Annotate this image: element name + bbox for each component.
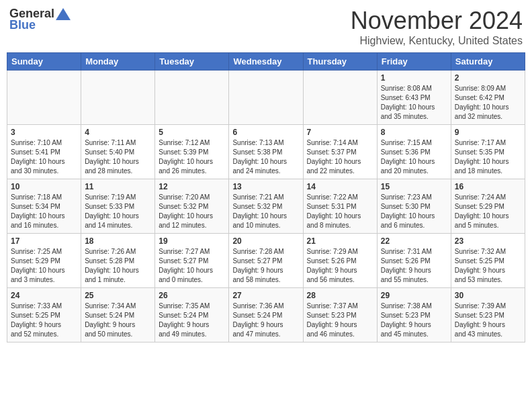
day-number: 7 — [307, 128, 373, 137]
day-info: Sunrise: 8:09 AM Sunset: 6:42 PM Dayligh… — [455, 84, 521, 122]
day-info: Sunrise: 7:38 AM Sunset: 5:23 PM Dayligh… — [381, 302, 447, 339]
weekday-header: Wednesday — [229, 53, 303, 71]
calendar-cell: 27Sunrise: 7:36 AM Sunset: 5:24 PM Dayli… — [229, 288, 303, 342]
day-info: Sunrise: 7:13 AM Sunset: 5:38 PM Dayligh… — [232, 138, 299, 176]
calendar-week-row: 3Sunrise: 7:10 AM Sunset: 5:41 PM Daylig… — [7, 125, 525, 179]
day-number: 20 — [232, 236, 299, 246]
calendar-cell: 30Sunrise: 7:39 AM Sunset: 5:23 PM Dayli… — [451, 288, 525, 342]
calendar-cell: 22Sunrise: 7:31 AM Sunset: 5:26 PM Dayli… — [377, 234, 451, 288]
day-info: Sunrise: 7:28 AM Sunset: 5:27 PM Dayligh… — [232, 247, 299, 285]
day-number: 22 — [381, 236, 447, 246]
calendar-cell: 18Sunrise: 7:26 AM Sunset: 5:28 PM Dayli… — [81, 234, 155, 288]
weekday-header: Tuesday — [155, 53, 229, 71]
day-number: 3 — [11, 128, 77, 137]
day-info: Sunrise: 7:27 AM Sunset: 5:27 PM Dayligh… — [159, 247, 225, 285]
calendar-cell: 6Sunrise: 7:13 AM Sunset: 5:38 PM Daylig… — [229, 125, 303, 179]
day-number: 5 — [159, 128, 225, 137]
day-info: Sunrise: 7:23 AM Sunset: 5:30 PM Dayligh… — [381, 193, 447, 230]
calendar-cell: 29Sunrise: 7:38 AM Sunset: 5:23 PM Dayli… — [377, 288, 451, 342]
day-info: Sunrise: 7:19 AM Sunset: 5:33 PM Dayligh… — [85, 193, 151, 230]
day-number: 4 — [85, 128, 151, 137]
title-block: November 2024 Highview, Kentucky, United… — [351, 7, 523, 47]
weekday-header-row: SundayMondayTuesdayWednesdayThursdayFrid… — [7, 53, 525, 71]
day-number: 19 — [159, 236, 225, 246]
day-info: Sunrise: 7:11 AM Sunset: 5:40 PM Dayligh… — [85, 138, 151, 176]
day-info: Sunrise: 7:25 AM Sunset: 5:29 PM Dayligh… — [11, 247, 77, 285]
day-info: Sunrise: 7:31 AM Sunset: 5:26 PM Dayligh… — [381, 247, 447, 285]
day-number: 30 — [455, 291, 521, 300]
logo: General Blue — [9, 7, 71, 32]
calendar-cell: 28Sunrise: 7:37 AM Sunset: 5:23 PM Dayli… — [303, 288, 377, 342]
day-number: 23 — [455, 236, 521, 246]
day-info: Sunrise: 7:32 AM Sunset: 5:25 PM Dayligh… — [455, 247, 521, 285]
day-number: 27 — [232, 291, 299, 300]
calendar-cell: 25Sunrise: 7:34 AM Sunset: 5:24 PM Dayli… — [81, 288, 155, 342]
day-info: Sunrise: 7:33 AM Sunset: 5:25 PM Dayligh… — [11, 302, 77, 339]
calendar-cell — [7, 71, 81, 125]
day-number: 16 — [455, 182, 521, 191]
day-info: Sunrise: 7:21 AM Sunset: 5:32 PM Dayligh… — [232, 193, 299, 230]
calendar-cell: 3Sunrise: 7:10 AM Sunset: 5:41 PM Daylig… — [7, 125, 81, 179]
day-info: Sunrise: 7:35 AM Sunset: 5:24 PM Dayligh… — [159, 302, 225, 339]
day-number: 25 — [85, 291, 151, 300]
calendar-cell: 8Sunrise: 7:15 AM Sunset: 5:36 PM Daylig… — [377, 125, 451, 179]
calendar-cell: 13Sunrise: 7:21 AM Sunset: 5:32 PM Dayli… — [229, 179, 303, 234]
logo-icon — [56, 8, 71, 20]
day-number: 28 — [307, 291, 373, 300]
day-info: Sunrise: 7:20 AM Sunset: 5:32 PM Dayligh… — [159, 193, 225, 230]
calendar-cell: 12Sunrise: 7:20 AM Sunset: 5:32 PM Dayli… — [155, 179, 229, 234]
day-number: 18 — [85, 236, 151, 246]
calendar-cell: 23Sunrise: 7:32 AM Sunset: 5:25 PM Dayli… — [451, 234, 525, 288]
day-number: 29 — [381, 291, 447, 300]
day-number: 9 — [455, 128, 521, 137]
calendar-cell: 14Sunrise: 7:22 AM Sunset: 5:31 PM Dayli… — [303, 179, 377, 234]
day-number: 1 — [381, 73, 447, 83]
day-info: Sunrise: 7:12 AM Sunset: 5:39 PM Dayligh… — [159, 138, 225, 176]
day-info: Sunrise: 7:29 AM Sunset: 5:26 PM Dayligh… — [307, 247, 373, 285]
calendar-cell: 9Sunrise: 7:17 AM Sunset: 5:35 PM Daylig… — [451, 125, 525, 179]
day-number: 10 — [11, 182, 77, 191]
svg-marker-0 — [56, 8, 71, 20]
calendar-week-row: 10Sunrise: 7:18 AM Sunset: 5:34 PM Dayli… — [7, 179, 525, 234]
day-number: 15 — [381, 182, 447, 191]
location-subtitle: Highview, Kentucky, United States — [351, 35, 523, 47]
calendar-cell: 7Sunrise: 7:14 AM Sunset: 5:37 PM Daylig… — [303, 125, 377, 179]
day-number: 8 — [381, 128, 447, 137]
day-number: 13 — [232, 182, 299, 191]
day-info: Sunrise: 7:18 AM Sunset: 5:34 PM Dayligh… — [11, 193, 77, 230]
calendar-cell: 16Sunrise: 7:24 AM Sunset: 5:29 PM Dayli… — [451, 179, 525, 234]
weekday-header: Monday — [81, 53, 155, 71]
day-number: 14 — [307, 182, 373, 191]
calendar-cell: 20Sunrise: 7:28 AM Sunset: 5:27 PM Dayli… — [229, 234, 303, 288]
logo-blue-text: Blue — [9, 18, 36, 32]
day-info: Sunrise: 7:10 AM Sunset: 5:41 PM Dayligh… — [11, 138, 77, 176]
day-number: 12 — [159, 182, 225, 191]
calendar-cell: 5Sunrise: 7:12 AM Sunset: 5:39 PM Daylig… — [155, 125, 229, 179]
day-info: Sunrise: 7:22 AM Sunset: 5:31 PM Dayligh… — [307, 193, 373, 230]
day-info: Sunrise: 7:15 AM Sunset: 5:36 PM Dayligh… — [381, 138, 447, 176]
day-info: Sunrise: 7:17 AM Sunset: 5:35 PM Dayligh… — [455, 138, 521, 176]
day-info: Sunrise: 7:36 AM Sunset: 5:24 PM Dayligh… — [232, 302, 299, 339]
weekday-header: Thursday — [303, 53, 377, 71]
calendar-week-row: 1Sunrise: 8:08 AM Sunset: 6:43 PM Daylig… — [7, 71, 525, 125]
calendar-cell: 19Sunrise: 7:27 AM Sunset: 5:27 PM Dayli… — [155, 234, 229, 288]
calendar-table: SundayMondayTuesdayWednesdayThursdayFrid… — [7, 52, 525, 342]
day-number: 24 — [11, 291, 77, 300]
calendar-week-row: 24Sunrise: 7:33 AM Sunset: 5:25 PM Dayli… — [7, 288, 525, 342]
day-info: Sunrise: 7:37 AM Sunset: 5:23 PM Dayligh… — [307, 302, 373, 339]
day-info: Sunrise: 7:34 AM Sunset: 5:24 PM Dayligh… — [85, 302, 151, 339]
day-info: Sunrise: 7:26 AM Sunset: 5:28 PM Dayligh… — [85, 247, 151, 285]
weekday-header: Friday — [377, 53, 451, 71]
day-number: 6 — [232, 128, 299, 137]
weekday-header: Sunday — [7, 53, 81, 71]
day-info: Sunrise: 7:39 AM Sunset: 5:23 PM Dayligh… — [455, 302, 521, 339]
month-title: November 2024 — [351, 7, 523, 35]
calendar-cell: 11Sunrise: 7:19 AM Sunset: 5:33 PM Dayli… — [81, 179, 155, 234]
calendar-cell: 1Sunrise: 8:08 AM Sunset: 6:43 PM Daylig… — [377, 71, 451, 125]
day-info: Sunrise: 7:24 AM Sunset: 5:29 PM Dayligh… — [455, 193, 521, 230]
calendar-cell: 24Sunrise: 7:33 AM Sunset: 5:25 PM Dayli… — [7, 288, 81, 342]
calendar-cell: 2Sunrise: 8:09 AM Sunset: 6:42 PM Daylig… — [451, 71, 525, 125]
calendar-cell: 10Sunrise: 7:18 AM Sunset: 5:34 PM Dayli… — [7, 179, 81, 234]
day-number: 11 — [85, 182, 151, 191]
page-header: General Blue November 2024 Highview, Ken… — [7, 7, 525, 47]
